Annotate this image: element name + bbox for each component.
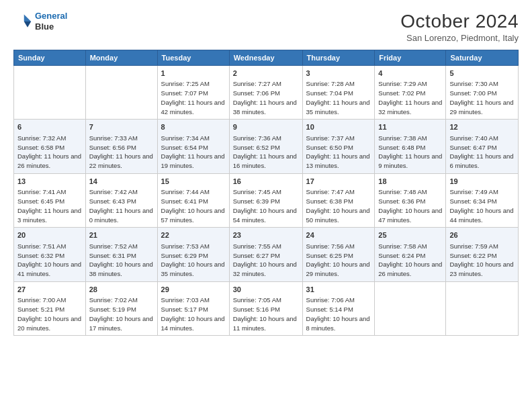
day-number: 29 xyxy=(161,285,226,295)
calendar-cell: 9Sunrise: 7:36 AM Sunset: 6:52 PM Daylig… xyxy=(229,120,302,173)
day-number: 4 xyxy=(378,68,442,79)
day-number: 7 xyxy=(89,122,154,132)
calendar-cell: 10Sunrise: 7:37 AM Sunset: 6:50 PM Dayli… xyxy=(302,120,375,173)
calendar-cell xyxy=(85,66,157,120)
day-info: Sunrise: 7:49 AM Sunset: 6:34 PM Dayligh… xyxy=(449,187,515,224)
header-friday: Friday xyxy=(375,50,446,66)
week-row-3: 20Sunrise: 7:51 AM Sunset: 6:32 PM Dayli… xyxy=(14,228,519,281)
day-number: 31 xyxy=(306,285,371,295)
calendar-cell: 30Sunrise: 7:05 AM Sunset: 5:16 PM Dayli… xyxy=(229,281,302,335)
day-info: Sunrise: 7:44 AM Sunset: 6:41 PM Dayligh… xyxy=(161,187,226,224)
calendar-cell: 1Sunrise: 7:25 AM Sunset: 7:07 PM Daylig… xyxy=(157,66,229,120)
day-number: 30 xyxy=(233,285,299,295)
day-number: 3 xyxy=(306,68,371,79)
day-info: Sunrise: 7:37 AM Sunset: 6:50 PM Dayligh… xyxy=(306,134,371,171)
day-number: 20 xyxy=(17,230,82,240)
day-info: Sunrise: 7:45 AM Sunset: 6:39 PM Dayligh… xyxy=(233,187,299,224)
day-info: Sunrise: 7:55 AM Sunset: 6:27 PM Dayligh… xyxy=(233,242,299,279)
day-number: 25 xyxy=(378,230,442,240)
header-tuesday: Tuesday xyxy=(157,50,229,66)
day-number: 8 xyxy=(161,122,226,132)
calendar-cell: 3Sunrise: 7:28 AM Sunset: 7:04 PM Daylig… xyxy=(302,66,375,120)
header-monday: Monday xyxy=(85,50,157,66)
calendar-cell: 20Sunrise: 7:51 AM Sunset: 6:32 PM Dayli… xyxy=(14,228,86,281)
day-number: 2 xyxy=(233,68,299,79)
calendar-cell: 23Sunrise: 7:55 AM Sunset: 6:27 PM Dayli… xyxy=(229,228,302,281)
calendar-cell: 27Sunrise: 7:00 AM Sunset: 5:21 PM Dayli… xyxy=(14,281,86,335)
calendar-header: Sunday Monday Tuesday Wednesday Thursday… xyxy=(14,50,519,66)
day-number: 26 xyxy=(449,230,515,240)
day-number: 21 xyxy=(89,230,154,240)
day-info: Sunrise: 7:27 AM Sunset: 7:06 PM Dayligh… xyxy=(233,79,299,116)
logo-text: General Blue xyxy=(35,11,67,32)
day-info: Sunrise: 7:32 AM Sunset: 6:58 PM Dayligh… xyxy=(17,134,82,171)
day-number: 24 xyxy=(306,230,371,240)
calendar-cell: 17Sunrise: 7:47 AM Sunset: 6:38 PM Dayli… xyxy=(302,173,375,227)
calendar-cell: 29Sunrise: 7:03 AM Sunset: 5:17 PM Dayli… xyxy=(157,281,229,335)
calendar-body: 1Sunrise: 7:25 AM Sunset: 7:07 PM Daylig… xyxy=(14,66,519,336)
calendar-cell: 5Sunrise: 7:30 AM Sunset: 7:00 PM Daylig… xyxy=(446,66,519,120)
logo: General Blue xyxy=(13,11,67,32)
week-row-1: 6Sunrise: 7:32 AM Sunset: 6:58 PM Daylig… xyxy=(14,120,519,173)
week-row-2: 13Sunrise: 7:41 AM Sunset: 6:45 PM Dayli… xyxy=(14,173,519,227)
calendar-cell: 11Sunrise: 7:38 AM Sunset: 6:48 PM Dayli… xyxy=(375,120,446,173)
day-info: Sunrise: 7:02 AM Sunset: 5:19 PM Dayligh… xyxy=(89,295,154,332)
week-row-4: 27Sunrise: 7:00 AM Sunset: 5:21 PM Dayli… xyxy=(14,281,519,335)
calendar-cell xyxy=(375,281,446,335)
header-row: Sunday Monday Tuesday Wednesday Thursday… xyxy=(14,50,519,66)
day-info: Sunrise: 7:51 AM Sunset: 6:32 PM Dayligh… xyxy=(17,242,82,279)
day-info: Sunrise: 7:40 AM Sunset: 6:47 PM Dayligh… xyxy=(449,134,515,171)
calendar-cell: 25Sunrise: 7:58 AM Sunset: 6:24 PM Dayli… xyxy=(375,228,446,281)
day-number: 9 xyxy=(233,122,299,132)
day-number: 19 xyxy=(449,177,515,187)
day-number: 5 xyxy=(449,68,515,79)
week-row-0: 1Sunrise: 7:25 AM Sunset: 7:07 PM Daylig… xyxy=(14,66,519,120)
calendar-cell: 26Sunrise: 7:59 AM Sunset: 6:22 PM Dayli… xyxy=(446,228,519,281)
calendar-cell: 22Sunrise: 7:53 AM Sunset: 6:29 PM Dayli… xyxy=(157,228,229,281)
day-info: Sunrise: 7:48 AM Sunset: 6:36 PM Dayligh… xyxy=(378,187,442,224)
day-info: Sunrise: 7:59 AM Sunset: 6:22 PM Dayligh… xyxy=(449,242,515,279)
day-number: 13 xyxy=(17,177,82,187)
day-number: 16 xyxy=(233,177,299,187)
day-number: 15 xyxy=(161,177,226,187)
day-info: Sunrise: 7:52 AM Sunset: 6:31 PM Dayligh… xyxy=(89,242,154,279)
header: General Blue October 2024 San Lorenzo, P… xyxy=(13,11,519,43)
day-number: 18 xyxy=(378,177,442,187)
day-info: Sunrise: 7:36 AM Sunset: 6:52 PM Dayligh… xyxy=(233,134,299,171)
calendar-cell: 2Sunrise: 7:27 AM Sunset: 7:06 PM Daylig… xyxy=(229,66,302,120)
day-info: Sunrise: 7:03 AM Sunset: 5:17 PM Dayligh… xyxy=(161,295,226,332)
day-info: Sunrise: 7:41 AM Sunset: 6:45 PM Dayligh… xyxy=(17,187,82,224)
day-info: Sunrise: 7:05 AM Sunset: 5:16 PM Dayligh… xyxy=(233,295,299,332)
calendar-cell: 14Sunrise: 7:42 AM Sunset: 6:43 PM Dayli… xyxy=(85,173,157,227)
day-info: Sunrise: 7:25 AM Sunset: 7:07 PM Dayligh… xyxy=(161,79,226,116)
day-number: 10 xyxy=(306,122,371,132)
day-info: Sunrise: 7:53 AM Sunset: 6:29 PM Dayligh… xyxy=(161,242,226,279)
calendar-cell: 13Sunrise: 7:41 AM Sunset: 6:45 PM Dayli… xyxy=(14,173,86,227)
day-info: Sunrise: 7:47 AM Sunset: 6:38 PM Dayligh… xyxy=(306,187,371,224)
day-number: 12 xyxy=(449,122,515,132)
calendar-cell: 15Sunrise: 7:44 AM Sunset: 6:41 PM Dayli… xyxy=(157,173,229,227)
calendar: Sunday Monday Tuesday Wednesday Thursday… xyxy=(13,50,519,336)
calendar-cell: 24Sunrise: 7:56 AM Sunset: 6:25 PM Dayli… xyxy=(302,228,375,281)
day-info: Sunrise: 7:56 AM Sunset: 6:25 PM Dayligh… xyxy=(306,242,371,279)
calendar-cell: 21Sunrise: 7:52 AM Sunset: 6:31 PM Dayli… xyxy=(85,228,157,281)
svg-marker-0 xyxy=(24,14,32,21)
day-number: 14 xyxy=(89,177,154,187)
day-info: Sunrise: 7:00 AM Sunset: 5:21 PM Dayligh… xyxy=(17,295,82,332)
day-info: Sunrise: 7:42 AM Sunset: 6:43 PM Dayligh… xyxy=(89,187,154,224)
day-number: 27 xyxy=(17,285,82,295)
day-number: 17 xyxy=(306,177,371,187)
day-info: Sunrise: 7:58 AM Sunset: 6:24 PM Dayligh… xyxy=(378,242,442,279)
calendar-cell: 19Sunrise: 7:49 AM Sunset: 6:34 PM Dayli… xyxy=(446,173,519,227)
title-block: October 2024 San Lorenzo, Piedmont, Ital… xyxy=(400,11,519,43)
month-title: October 2024 xyxy=(400,11,519,32)
calendar-cell: 28Sunrise: 7:02 AM Sunset: 5:19 PM Dayli… xyxy=(85,281,157,335)
calendar-cell: 4Sunrise: 7:29 AM Sunset: 7:02 PM Daylig… xyxy=(375,66,446,120)
calendar-cell: 31Sunrise: 7:06 AM Sunset: 5:14 PM Dayli… xyxy=(302,281,375,335)
day-info: Sunrise: 7:28 AM Sunset: 7:04 PM Dayligh… xyxy=(306,79,371,116)
calendar-cell: 8Sunrise: 7:34 AM Sunset: 6:54 PM Daylig… xyxy=(157,120,229,173)
day-info: Sunrise: 7:06 AM Sunset: 5:14 PM Dayligh… xyxy=(306,295,371,332)
day-info: Sunrise: 7:33 AM Sunset: 6:56 PM Dayligh… xyxy=(89,134,154,171)
calendar-cell: 18Sunrise: 7:48 AM Sunset: 6:36 PM Dayli… xyxy=(375,173,446,227)
calendar-cell: 6Sunrise: 7:32 AM Sunset: 6:58 PM Daylig… xyxy=(14,120,86,173)
